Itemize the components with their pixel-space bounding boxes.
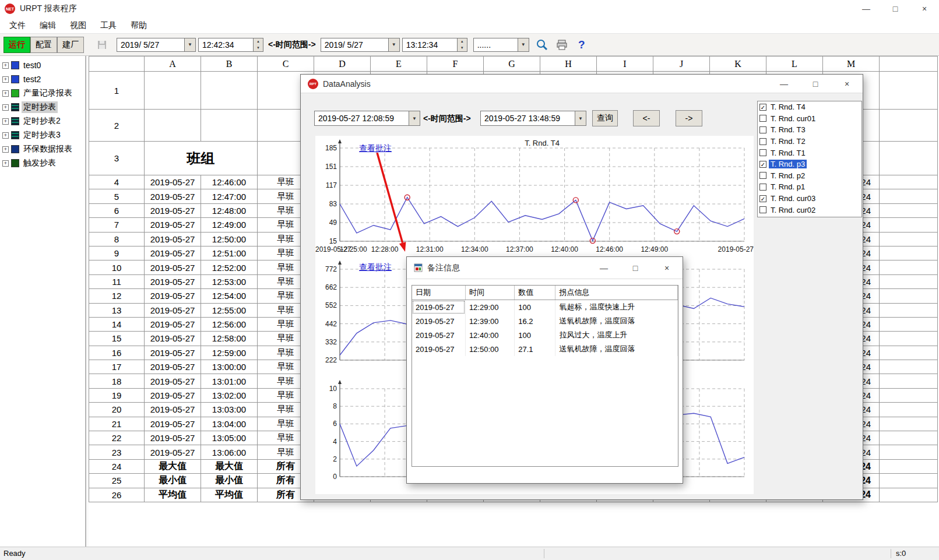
cell[interactable]: 2019-05-27 xyxy=(145,445,201,459)
cell[interactable] xyxy=(201,110,258,142)
cell[interactable]: 2019-05-27 xyxy=(145,274,201,288)
spin-up-icon[interactable]: ▲ xyxy=(254,38,263,45)
series-item[interactable]: T. Rnd. cur01 xyxy=(758,113,861,125)
column-header-E[interactable]: E xyxy=(371,57,427,72)
spin-down-icon[interactable]: ▼ xyxy=(458,45,467,51)
start-time-spinner[interactable]: 12:42:34 ▲▼ xyxy=(198,38,263,52)
checkbox-icon[interactable] xyxy=(759,172,766,179)
note-cell[interactable]: 2019-05-27 xyxy=(412,342,465,356)
cell[interactable]: 2019-05-27 xyxy=(145,360,201,374)
note-cell[interactable]: 送氧机故障，温度回落 xyxy=(555,314,678,328)
note-column-header[interactable]: 时间 xyxy=(465,286,514,300)
note-title-bar[interactable]: 备注信息 — □ × xyxy=(407,257,683,279)
help-icon[interactable]: ? xyxy=(575,38,589,52)
next-button[interactable]: -> xyxy=(676,110,702,126)
spin-down-icon[interactable]: ▼ xyxy=(254,45,263,51)
end-date-combo[interactable]: 2019/ 5/27 ▼ xyxy=(321,38,400,52)
cell[interactable]: 12:50:00 xyxy=(201,232,258,246)
series-item[interactable]: T. Rnd. T1 xyxy=(758,147,861,159)
note-cell[interactable]: 2019-05-27 xyxy=(412,314,465,328)
cell[interactable]: 12:47:00 xyxy=(201,189,258,203)
note-minimize-button[interactable]: — xyxy=(588,257,620,279)
series-item[interactable]: T. Rnd. p2 xyxy=(758,170,861,182)
spin-up-icon[interactable]: ▲ xyxy=(458,38,467,45)
checkbox-icon[interactable] xyxy=(759,126,766,133)
menu-item[interactable]: 视图 xyxy=(63,18,93,33)
row-header[interactable]: 18 xyxy=(89,374,145,388)
cell[interactable]: 2019-05-27 xyxy=(145,317,201,331)
column-header-J[interactable]: J xyxy=(653,57,710,72)
row-header[interactable]: 6 xyxy=(89,203,145,217)
dropdown-arrow-icon[interactable]: ▼ xyxy=(388,38,399,51)
note-cell[interactable]: 12:50:00 xyxy=(465,342,514,356)
save-icon[interactable] xyxy=(97,40,107,50)
cell[interactable]: 2019-05-27 xyxy=(145,260,201,274)
row-header[interactable]: 19 xyxy=(89,388,145,402)
column-header-A[interactable]: A xyxy=(145,57,201,72)
cell[interactable]: 12:51:00 xyxy=(201,246,258,260)
cell[interactable]: 2019-05-27 xyxy=(145,189,201,203)
row-header[interactable]: 12 xyxy=(89,289,145,303)
row-header[interactable]: 24 xyxy=(89,459,145,473)
note-cell[interactable]: 27.1 xyxy=(515,342,555,356)
da-start-combo[interactable]: 2019-05-27 12:08:59 ▼ xyxy=(314,111,420,126)
note-cell[interactable]: 送氧机故障，温度回落 xyxy=(555,342,678,356)
series-item[interactable]: T. Rnd. p1 xyxy=(758,181,861,193)
column-header-D[interactable]: D xyxy=(314,57,371,72)
note-cell[interactable]: 100 xyxy=(515,328,555,342)
row-header[interactable]: 16 xyxy=(89,346,145,360)
factory-button[interactable]: 建厂 xyxy=(57,37,84,53)
column-header-H[interactable]: H xyxy=(540,57,597,72)
run-button[interactable]: 运行 xyxy=(3,37,30,53)
note-maximize-button[interactable]: □ xyxy=(620,257,651,279)
expand-icon[interactable]: + xyxy=(2,160,9,167)
expand-icon[interactable]: + xyxy=(2,132,9,139)
merged-cell[interactable]: 班组 xyxy=(145,142,258,175)
row-header[interactable]: 14 xyxy=(89,317,145,331)
series-item[interactable]: ✓T. Rnd. p3 xyxy=(758,159,861,170)
da-close-button[interactable]: × xyxy=(831,75,863,93)
row-header[interactable]: 7 xyxy=(89,218,145,232)
cell[interactable]: 13:05:00 xyxy=(201,431,258,445)
menu-item[interactable]: 帮助 xyxy=(124,18,154,33)
row-header[interactable]: 23 xyxy=(89,445,145,459)
note-column-header[interactable]: 日期 xyxy=(412,286,465,300)
series-item[interactable]: T. Rnd. T2 xyxy=(758,136,861,147)
expand-icon[interactable]: + xyxy=(2,76,9,83)
da-end-combo[interactable]: 2019-05-27 13:48:59 ▼ xyxy=(480,111,586,126)
row-header[interactable]: 4 xyxy=(89,175,145,189)
column-header-C[interactable]: C xyxy=(258,57,314,72)
expand-icon[interactable]: + xyxy=(2,118,9,125)
cell[interactable]: 12:55:00 xyxy=(201,303,258,317)
note-cell[interactable]: 12:40:00 xyxy=(465,328,514,342)
series-select-combo[interactable]: ...... ▼ xyxy=(473,38,529,52)
checkbox-icon[interactable] xyxy=(759,206,766,213)
menu-item[interactable]: 编辑 xyxy=(33,18,63,33)
cell[interactable]: 13:00:00 xyxy=(201,360,258,374)
cell[interactable]: 13:01:00 xyxy=(201,374,258,388)
cell[interactable]: 2019-05-27 xyxy=(145,388,201,402)
cell[interactable]: 2019-05-27 xyxy=(145,175,201,189)
tree-item[interactable]: +test0 xyxy=(0,58,85,72)
series-item[interactable]: T. Rnd. T3 xyxy=(758,124,861,136)
row-header[interactable]: 17 xyxy=(89,360,145,374)
row-header[interactable]: 26 xyxy=(89,488,145,502)
cell[interactable]: 2019-05-27 xyxy=(145,332,201,346)
note-cell[interactable]: 16.2 xyxy=(515,314,555,328)
start-date-combo[interactable]: 2019/ 5/27 ▼ xyxy=(117,38,196,52)
column-header-B[interactable]: B xyxy=(201,57,258,72)
cell[interactable]: 最小值 xyxy=(145,474,201,488)
row-header[interactable]: 22 xyxy=(89,431,145,445)
cell[interactable]: 2019-05-27 xyxy=(145,232,201,246)
checkbox-icon[interactable]: ✓ xyxy=(759,195,766,202)
row-header[interactable]: 25 xyxy=(89,474,145,488)
end-time-spinner[interactable]: 13:12:34 ▲▼ xyxy=(402,38,467,52)
note-cell[interactable]: 12:29:00 xyxy=(465,300,514,315)
config-button[interactable]: 配置 xyxy=(30,37,57,53)
cell[interactable]: 2019-05-27 xyxy=(145,403,201,417)
cell[interactable]: 2019-05-27 xyxy=(145,374,201,388)
row-header[interactable]: 3 xyxy=(89,142,145,175)
row-header[interactable]: 5 xyxy=(89,189,145,203)
cell[interactable]: 2019-05-27 xyxy=(145,246,201,260)
cell[interactable]: 12:56:00 xyxy=(201,317,258,331)
